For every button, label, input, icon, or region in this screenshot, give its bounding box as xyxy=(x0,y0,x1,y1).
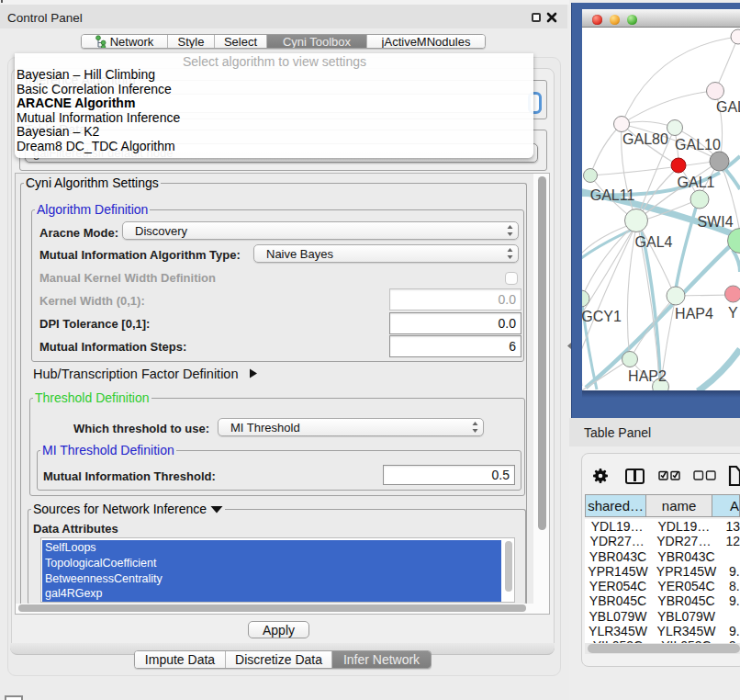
svg-text:GAL4: GAL4 xyxy=(635,234,673,250)
svg-text:GAL10: GAL10 xyxy=(675,137,721,152)
svg-text:Y: Y xyxy=(728,305,738,321)
svg-text:HAP4: HAP4 xyxy=(675,306,713,322)
svg-text:GAL11: GAL11 xyxy=(590,187,635,203)
svg-text:GAL80: GAL80 xyxy=(622,131,668,147)
svg-text:HAP2: HAP2 xyxy=(628,368,667,384)
svg-text:GCY1: GCY1 xyxy=(582,309,622,324)
svg-text:GAL1: GAL1 xyxy=(678,175,715,190)
svg-text:SWI4: SWI4 xyxy=(697,214,733,230)
svg-text:GAL3: GAL3 xyxy=(716,99,740,115)
